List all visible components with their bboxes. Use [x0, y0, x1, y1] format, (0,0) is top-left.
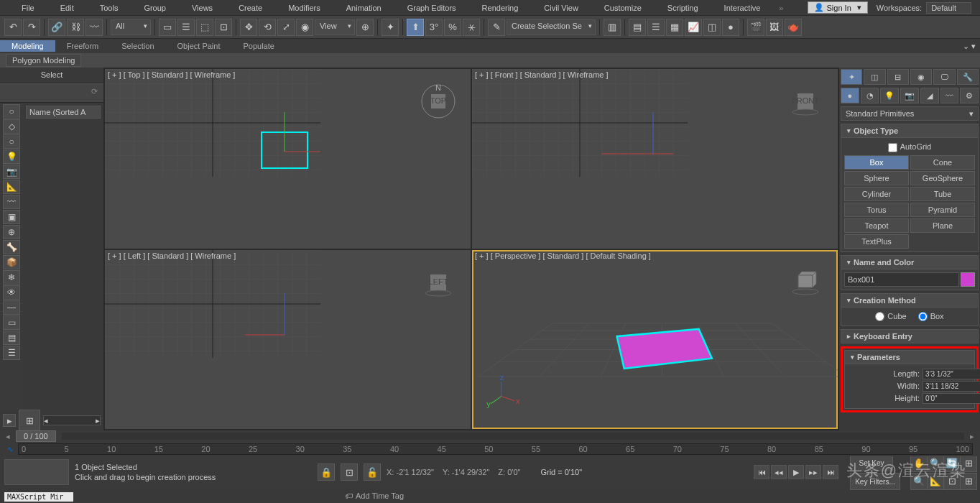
- snap-toggle-button[interactable]: ⬆: [407, 19, 424, 36]
- ribbon-tab-freeform[interactable]: Freeform: [55, 40, 111, 52]
- layer-button[interactable]: ☰: [647, 19, 665, 36]
- timeline[interactable]: ∿ 05101520253035404550556065707580859095…: [0, 442, 980, 456]
- menu-create[interactable]: Create: [226, 2, 275, 14]
- rollout-name-color-header[interactable]: Name and Color: [841, 255, 979, 269]
- viewcube-left[interactable]: LEFT: [420, 264, 456, 300]
- shapes-subtab[interactable]: ◔: [861, 88, 879, 103]
- select-manipulate-button[interactable]: ✦: [382, 19, 399, 36]
- object-color-swatch[interactable]: [961, 272, 975, 287]
- schematic-view-button[interactable]: ◫: [703, 19, 721, 36]
- window-crossing-button[interactable]: ⊡: [215, 19, 232, 36]
- move-button[interactable]: ✥: [240, 19, 257, 36]
- motion-tab[interactable]: ◉: [910, 69, 932, 85]
- scene-column-header[interactable]: Name (Sorted A: [26, 106, 101, 119]
- viewcube-perspective[interactable]: [787, 264, 823, 300]
- create-tube-button[interactable]: Tube: [910, 187, 975, 201]
- filter-light-icon[interactable]: 💡: [3, 149, 20, 164]
- orbit-button[interactable]: 🔄: [943, 455, 961, 472]
- polygon-modeling-panel[interactable]: Polygon Modeling: [6, 54, 81, 67]
- menu-group[interactable]: Group: [131, 2, 179, 14]
- menu-animation[interactable]: Animation: [333, 2, 394, 14]
- viewport-front-label[interactable]: [ + ] [ Front ] [ Standard ] [ Wireframe…: [475, 70, 609, 79]
- viewport-left-label[interactable]: [ + ] [ Left ] [ Standard ] [ Wireframe …: [108, 251, 236, 260]
- scale-button[interactable]: ⤢: [277, 19, 295, 36]
- ribbon-tab-selection[interactable]: Selection: [110, 40, 165, 52]
- curve-editor-button[interactable]: 📈: [685, 19, 702, 36]
- viewport-perspective-label[interactable]: [ + ] [ Perspective ] [ Standard ] [ Def…: [475, 251, 651, 260]
- menu-more-icon[interactable]: »: [779, 4, 783, 12]
- systems-subtab[interactable]: ⚙: [960, 88, 979, 103]
- render-button[interactable]: 🫖: [785, 19, 802, 36]
- viewport-top-label[interactable]: [ + ] [ Top ] [ Standard ] [ Wireframe ]: [108, 70, 235, 79]
- menu-rendering[interactable]: Rendering: [469, 2, 532, 14]
- walk-button[interactable]: 🔍: [927, 455, 944, 472]
- spinner-snap-button[interactable]: ⚹: [463, 19, 480, 36]
- redo-button[interactable]: ↷: [23, 19, 40, 36]
- isolate-icon[interactable]: ⊡: [341, 463, 358, 481]
- category-dropdown[interactable]: Standard Primitives: [841, 106, 979, 121]
- object-name-input[interactable]: [844, 272, 959, 287]
- filter-all-icon[interactable]: ○: [3, 104, 20, 119]
- menu-tools[interactable]: Tools: [87, 2, 131, 14]
- nav-more2-button[interactable]: ⊞: [960, 473, 977, 490]
- create-tab[interactable]: ✦: [841, 69, 862, 85]
- scene-layout-icon[interactable]: ⊞: [19, 410, 40, 431]
- menu-customize[interactable]: Customize: [591, 2, 655, 14]
- ribbon-tab-populate[interactable]: Populate: [231, 40, 285, 52]
- named-selection-dropdown[interactable]: Create Selection Se: [507, 19, 596, 35]
- unlink-button[interactable]: ⛓: [67, 19, 84, 36]
- ribbon-tab-object-paint[interactable]: Object Paint: [166, 40, 232, 52]
- viewport-perspective[interactable]: [ + ] [ Perspective ] [ Standard ] [ Def…: [472, 250, 838, 430]
- create-geosphere-button[interactable]: GeoSphere: [910, 171, 975, 185]
- material-editor-button[interactable]: ●: [722, 19, 739, 36]
- edit-named-sel-button[interactable]: ✎: [488, 19, 505, 36]
- filter-misc2-icon[interactable]: ▤: [3, 331, 20, 345]
- viewcube-top[interactable]: NTOP: [420, 83, 456, 119]
- rotate-button[interactable]: ⟲: [259, 19, 276, 36]
- sign-in-button[interactable]: 👤Sign In▾: [808, 1, 868, 14]
- selection-filter-dropdown[interactable]: All: [111, 19, 151, 35]
- coord-y[interactable]: -1'4 29/32": [452, 468, 490, 476]
- rollout-parameters-header[interactable]: Parameters: [844, 350, 975, 364]
- set-key-button[interactable]: Set Key: [850, 454, 893, 471]
- creation-cube-radio[interactable]: Cube: [875, 312, 906, 321]
- pivot-button[interactable]: ⊕: [356, 19, 374, 36]
- next-frame-button[interactable]: ▸▸: [805, 465, 821, 479]
- utilities-tab[interactable]: 🔧: [957, 69, 979, 85]
- create-sphere-button[interactable]: Sphere: [844, 171, 909, 185]
- menu-edit[interactable]: Edit: [47, 2, 87, 14]
- rollout-keyboard-entry-header[interactable]: Keyboard Entry: [841, 329, 979, 343]
- coord-z[interactable]: 0'0": [507, 468, 520, 476]
- select-object-button[interactable]: ▭: [159, 19, 176, 36]
- viewport-left[interactable]: [ + ] [ Left ] [ Standard ] [ Wireframe …: [105, 250, 471, 430]
- width-input[interactable]: [923, 381, 980, 392]
- filter-bone-icon[interactable]: 🦴: [3, 240, 20, 254]
- filter-sep1-icon[interactable]: —: [3, 300, 20, 315]
- helpers-subtab[interactable]: ◢: [920, 88, 939, 103]
- create-torus-button[interactable]: Torus: [844, 203, 909, 217]
- autogrid-checkbox[interactable]: AutoGrid: [844, 141, 975, 154]
- filter-xref-icon[interactable]: ⊕: [3, 225, 20, 239]
- geometry-subtab[interactable]: ●: [841, 88, 859, 103]
- ribbon-collapse-icon[interactable]: ⌄ ▾: [958, 40, 980, 52]
- max-toggle-button[interactable]: ⊡: [943, 473, 961, 490]
- time-slider[interactable]: ◂ 0 / 100 ▸: [0, 430, 980, 442]
- ribbon-tab-modeling[interactable]: Modeling: [0, 40, 55, 52]
- menu-interactive[interactable]: Interactive: [711, 2, 774, 14]
- prev-frame-button[interactable]: ◂◂: [771, 465, 787, 479]
- create-pyramid-button[interactable]: Pyramid: [910, 203, 975, 217]
- create-cylinder-button[interactable]: Cylinder: [844, 187, 909, 201]
- rollout-creation-method-header[interactable]: Creation Method: [841, 293, 979, 308]
- placement-button[interactable]: ◉: [296, 19, 313, 36]
- timeline-curve-icon[interactable]: ∿: [7, 445, 14, 454]
- filter-spacewarp-icon[interactable]: 〰: [3, 195, 20, 209]
- create-cone-button[interactable]: Cone: [910, 155, 975, 170]
- filter-group-icon[interactable]: ▣: [3, 210, 20, 224]
- scene-expand-icon[interactable]: ▸: [3, 414, 16, 427]
- rollout-object-type-header[interactable]: Object Type: [841, 124, 979, 138]
- filter-geometry-icon[interactable]: ◇: [3, 119, 20, 134]
- creation-box-radio[interactable]: Box: [918, 312, 944, 321]
- bind-button[interactable]: 〰: [85, 19, 103, 36]
- spacewarps-subtab[interactable]: 〰: [940, 88, 959, 103]
- hierarchy-tab[interactable]: ⊟: [887, 69, 909, 85]
